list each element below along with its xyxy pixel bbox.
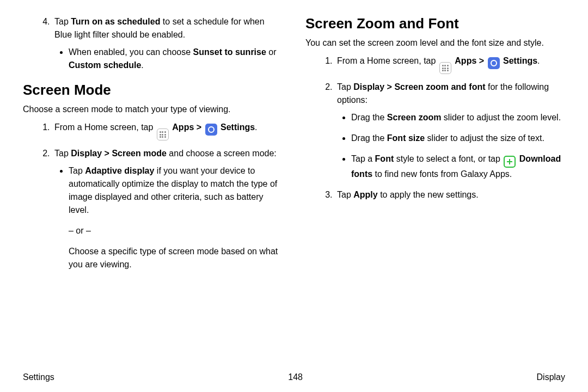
screen-mode-lead: Choose a screen mode to match your type … <box>23 103 283 115</box>
step-4-text: Tap Turn on as scheduled to set a schedu… <box>54 17 265 39</box>
footer-page-number: 148 <box>288 372 303 382</box>
step-4-bullet: When enabled, you can choose Sunset to s… <box>69 46 283 72</box>
settings-icon <box>488 57 500 69</box>
font-size-bullet: Drag the Font size slider to adjust the … <box>351 132 565 145</box>
font-style-bullet: Tap a Font style to select a font, or ta… <box>351 152 565 181</box>
screen-mode-steps: From a Home screen, tap Apps > Settings.… <box>23 121 283 271</box>
step-4: Tap Turn on as scheduled to set a schedu… <box>52 15 283 72</box>
screen-zoom-heading: Screen Zoom and Font <box>305 15 565 32</box>
apps-icon <box>439 62 451 74</box>
footer-section: Settings <box>23 372 54 382</box>
right-column: Screen Zoom and Font You can set the scr… <box>305 15 565 367</box>
screen-mode-step-2: Tap Display > Screen mode and choose a s… <box>52 147 283 271</box>
apps-icon <box>157 128 169 140</box>
adaptive-display-bullet: Tap Adaptive display if you want your de… <box>69 164 283 217</box>
screen-mode-heading: Screen Mode <box>23 82 283 99</box>
choose-specific-text: Choose a specific type of screen mode ba… <box>54 245 283 271</box>
step-4-sublist: When enabled, you can choose Sunset to s… <box>54 46 283 72</box>
screen-mode-step-2-sublist: Tap Adaptive display if you want your de… <box>54 164 283 217</box>
or-separator: – or – <box>54 224 283 237</box>
manual-page: Tap Turn on as scheduled to set a schedu… <box>0 0 588 392</box>
left-column: Tap Turn on as scheduled to set a schedu… <box>23 15 283 367</box>
download-icon <box>504 156 516 168</box>
screen-zoom-step-2: Tap Display > Screen zoom and font for t… <box>335 81 565 181</box>
settings-icon <box>205 124 217 136</box>
zoom-slider-bullet: Drag the Screen zoom slider to adjust th… <box>351 111 565 124</box>
page-footer: Settings 148 Display <box>23 372 565 382</box>
screen-zoom-steps: From a Home screen, tap Apps > Settings.… <box>305 54 565 201</box>
footer-topic: Display <box>537 372 565 382</box>
blue-light-continuation-list: Tap Turn on as scheduled to set a schedu… <box>23 15 283 72</box>
screen-zoom-options: Drag the Screen zoom slider to adjust th… <box>337 111 565 181</box>
screen-mode-step-1: From a Home screen, tap Apps > Settings. <box>52 121 283 140</box>
screen-zoom-step-1: From a Home screen, tap Apps > Settings. <box>335 54 565 74</box>
screen-zoom-lead: You can set the screen zoom level and th… <box>305 36 565 49</box>
two-column-layout: Tap Turn on as scheduled to set a schedu… <box>23 15 565 367</box>
screen-zoom-step-3: Tap Apply to apply the new settings. <box>335 188 565 201</box>
